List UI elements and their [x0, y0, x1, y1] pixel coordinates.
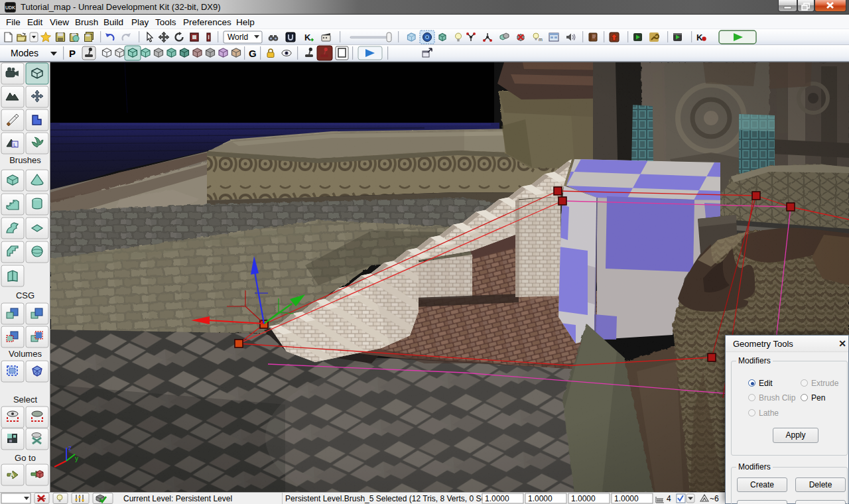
- svg-text:y: y: [75, 455, 78, 462]
- svg-text:G: G: [249, 48, 257, 59]
- svg-text:1.0000: 1.0000: [571, 494, 596, 503]
- svg-text:Modes: Modes: [11, 48, 38, 58]
- svg-text:K: K: [304, 32, 311, 42]
- svg-text:Persistent Level.Brush_5 Selec: Persistent Level.Brush_5 Selected (12 Tr…: [285, 494, 507, 503]
- svg-text:~6: ~6: [710, 494, 719, 503]
- svg-text:A: A: [10, 472, 15, 478]
- svg-text:4: 4: [667, 494, 671, 503]
- svg-text:P: P: [69, 48, 76, 59]
- svg-text:Current Level: Persistent Lev: Current Level: Persistent Level: [123, 494, 232, 503]
- svg-text:Brushes: Brushes: [9, 155, 41, 165]
- svg-text:K: K: [696, 32, 703, 42]
- svg-text:World: World: [228, 32, 248, 42]
- svg-text:Volumes: Volumes: [9, 349, 42, 359]
- svg-text:CSG: CSG: [16, 290, 34, 300]
- svg-text:1.0000: 1.0000: [528, 494, 553, 503]
- svg-text:m: m: [539, 37, 543, 42]
- svg-text:z: z: [68, 444, 72, 452]
- svg-text:Go to: Go to: [15, 453, 36, 463]
- svg-text:1.0000: 1.0000: [485, 494, 509, 503]
- svg-text:L: L: [13, 142, 17, 148]
- svg-text:1.0000: 1.0000: [614, 494, 639, 503]
- svg-text:Select: Select: [13, 395, 38, 405]
